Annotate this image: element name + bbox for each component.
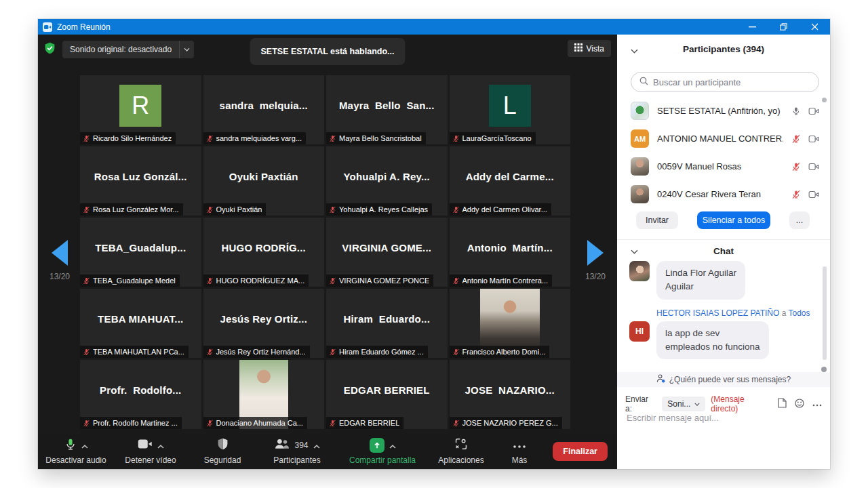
participant-name-label: Profr. Rodolfo Martinez ... [80, 417, 182, 429]
participants-button[interactable]: 394 Participantes [258, 434, 336, 469]
microphone-icon [64, 438, 77, 453]
participant-row[interactable]: 0240V Cesar Rivera Teran [631, 180, 819, 208]
video-camera-icon [138, 439, 153, 451]
video-tile[interactable]: VIRGINIA GOME...VIRGINIA GOMEZ PONCE [326, 218, 448, 287]
share-screen-label: Compartir pantalla [349, 455, 416, 465]
collapse-chat-icon[interactable] [631, 246, 638, 256]
participant-display-name: VIRGINIA GOME... [326, 218, 448, 277]
participant-name-text: Mayra Bello Sancristobal [339, 134, 422, 142]
video-tile[interactable]: Jesús Rey Ortiz...Jesús Rey Ortiz Hernán… [203, 289, 325, 358]
share-screen-icon [370, 438, 384, 453]
chat-header: Chat [617, 246, 830, 256]
video-tile[interactable]: Profr. Rodolfo...Profr. Rodolfo Martinez… [80, 360, 201, 429]
encryption-shield-icon[interactable] [44, 42, 56, 57]
video-tile[interactable]: Mayra Bello San...Mayra Bello Sancristob… [326, 75, 448, 144]
muted-mic-icon [206, 135, 214, 142]
end-meeting-button[interactable]: Finalizar [553, 442, 608, 461]
chat-privacy-bar[interactable]: ¿Quién puede ver sus mensajes? [617, 372, 830, 387]
participants-more-button[interactable]: ... [789, 211, 810, 229]
participant-name-text: TEBA MIAHUATLAN PCa... [93, 348, 184, 356]
chat-message-header: HECTOR ISAIAS LOPEZ PATIÑO a Todos [656, 308, 812, 318]
file-attach-icon[interactable] [778, 398, 787, 410]
participant-search-input[interactable] [653, 77, 810, 87]
participant-row[interactable]: AMANTONIO MANUEL CONTRER... [631, 125, 819, 152]
muted-mic-icon [329, 348, 336, 356]
privacy-person-icon [656, 374, 665, 385]
participant-name-label: HUGO RODRÍGUEZ MA... [203, 274, 309, 287]
participant-status-icons [791, 190, 819, 199]
participant-name-text: Profr. Rodolfo Martinez ... [93, 419, 178, 427]
zoom-app-icon [43, 22, 52, 32]
participants-scrollbar[interactable] [822, 98, 827, 102]
apps-button[interactable]: Aplicaciones [429, 434, 494, 469]
video-tile[interactable]: RRicardo Silo Hernández [80, 75, 201, 144]
grid-view-icon [574, 43, 583, 54]
stop-video-button[interactable]: Detener vídeo [114, 434, 187, 469]
video-options-caret-icon[interactable] [157, 439, 164, 451]
participant-row[interactable]: SETSE ESTATAL (Anfitrión, yo) [631, 97, 819, 125]
minimize-button[interactable] [736, 19, 768, 35]
participant-search[interactable] [631, 72, 819, 92]
video-tile[interactable]: HUGO RODRÍG...HUGO RODRÍGUEZ MA... [203, 218, 325, 287]
mute-all-button[interactable]: Silenciar a todos [697, 211, 770, 229]
invite-button[interactable]: Invitar [636, 211, 678, 229]
video-tile[interactable]: TEBA_Guadalup...TEBA_Guadalupe Medel [80, 218, 201, 287]
original-sound-dropdown[interactable] [179, 41, 194, 58]
participant-photo-avatar [631, 185, 649, 203]
video-tile[interactable]: Hiram Eduardo...Hiram Eduardo Gómez ... [326, 289, 448, 358]
close-button[interactable] [799, 19, 830, 35]
chat-scrollbar[interactable] [823, 266, 827, 360]
participant-name-text: VIRGINIA GOMEZ PONCE [339, 277, 429, 285]
video-tile[interactable]: LLauraGarcíaToscano [450, 75, 571, 144]
security-button[interactable]: Seguridad [187, 434, 258, 469]
share-options-caret-icon[interactable] [389, 439, 396, 451]
original-sound-button[interactable]: Sonido original: desactivado [62, 41, 194, 58]
chat-photo-avatar [629, 261, 650, 281]
video-tile[interactable]: sandra melquia...sandra melquiades varg.… [203, 75, 325, 144]
chat-recipient-name[interactable]: Todos [789, 308, 810, 318]
window-controls [736, 19, 830, 35]
participant-display-name: TEBA MIAHUAT... [80, 289, 201, 348]
recipient-selector[interactable]: Soni... [662, 396, 705, 411]
chat-sender-name[interactable]: HECTOR ISAIAS LOPEZ PATIÑO [656, 308, 779, 318]
video-tile[interactable]: Rosa Luz Gonzál...Rosa Luz González Mor.… [80, 146, 201, 216]
chat-message-body: Linda Flor AguilarAguilar [629, 261, 812, 300]
muted-mic-icon [83, 135, 90, 142]
participant-name-label: LauraGarcíaToscano [450, 132, 536, 144]
view-button[interactable]: Vista [568, 40, 611, 57]
mute-audio-button[interactable]: Desactivar audio [38, 434, 114, 469]
video-tile[interactable]: TEBA MIAHUAT...TEBA MIAHUATLAN PCa... [80, 289, 201, 358]
audio-options-caret-icon[interactable] [81, 439, 88, 451]
participant-name-text: Antonio Martín Contrera... [462, 277, 549, 285]
participant-row[interactable]: 0059V Manuel Rosas [631, 152, 819, 180]
participant-name-label: EDGAR BERRIEL [326, 417, 403, 429]
participant-name-text: Francisco Alberto Domi... [462, 348, 546, 356]
emoji-icon[interactable] [795, 399, 804, 410]
chat-message-input[interactable] [627, 413, 821, 423]
previous-page-button[interactable]: 13/20 [45, 240, 75, 281]
participant-name-text: LauraGarcíaToscano [462, 134, 532, 142]
participant-name: ANTONIO MANUEL CONTRER... [657, 134, 783, 144]
collapse-participants-icon[interactable] [631, 45, 638, 56]
participants-count: 394 [294, 441, 308, 450]
share-screen-button[interactable]: Compartir pantalla [336, 434, 429, 469]
participant-letter-avatar: L [489, 85, 531, 127]
video-tile[interactable]: JOSE NAZARIO...JOSE NAZARIO PEREZ G... [450, 360, 571, 429]
next-page-button[interactable]: 13/20 [580, 240, 610, 281]
video-tile[interactable]: Francisco Alberto Domi... [450, 289, 571, 358]
camera-icon [808, 163, 819, 171]
video-tile[interactable]: Yohualpi A. Rey...Yohualpi A. Reyes Call… [326, 146, 448, 216]
window-title: Zoom Reunión [57, 22, 111, 32]
more-button[interactable]: Más [494, 434, 545, 469]
video-tile[interactable]: Oyuki PaxtiánOyuki Paxtián [203, 146, 325, 216]
restore-button[interactable] [768, 19, 799, 35]
participants-actions: Invitar Silenciar a todos ... [617, 211, 830, 229]
video-tile[interactable]: EDGAR BERRIELEDGAR BERRIEL [326, 360, 448, 429]
apps-icon [455, 438, 467, 453]
video-tile[interactable]: Addy del Carme...Addy del Carmen Olivar.… [450, 146, 571, 216]
participants-caret-icon[interactable] [313, 439, 320, 451]
video-tile[interactable]: Antonio Martín...Antonio Martín Contrera… [450, 218, 571, 287]
chat-more-icon[interactable] [812, 399, 822, 409]
video-tile[interactable]: Donaciano Ahumada Ca... [203, 360, 325, 429]
chat-to-label: a [779, 308, 788, 318]
